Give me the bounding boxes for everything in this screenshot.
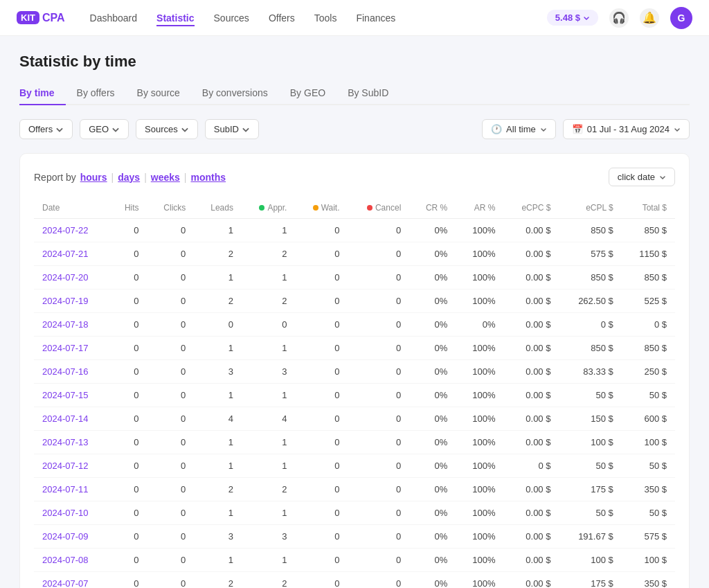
avatar[interactable]: G — [670, 7, 692, 29]
data-cell: 0% — [456, 313, 503, 337]
date-link[interactable]: 2024-07-20 — [42, 272, 89, 283]
tab-by-offers[interactable]: By offers — [66, 82, 126, 105]
data-cell: 100% — [456, 289, 503, 313]
data-cell: 2 — [242, 242, 295, 266]
data-cell: 0 — [295, 525, 348, 549]
nav-offers[interactable]: Offers — [269, 10, 295, 26]
date-link[interactable]: 2024-07-18 — [42, 319, 89, 330]
data-cell: 50 $ — [559, 384, 621, 407]
report-header: Report by hours | days | weeks | months … — [34, 168, 675, 186]
data-cell: 100 $ — [559, 549, 621, 572]
date-cell[interactable]: 2024-07-19 — [34, 289, 110, 313]
date-cell[interactable]: 2024-07-09 — [34, 525, 110, 549]
data-cell: 3 — [194, 525, 242, 549]
data-cell: 0 — [348, 313, 410, 337]
date-cell[interactable]: 2024-07-07 — [34, 572, 110, 589]
headset-icon[interactable]: 🎧 — [609, 8, 629, 28]
data-cell: 0 — [110, 431, 147, 454]
date-cell[interactable]: 2024-07-17 — [34, 337, 110, 360]
nav-statistic[interactable]: Statistic — [156, 10, 194, 26]
period-weeks[interactable]: weeks — [151, 172, 180, 183]
date-cell[interactable]: 2024-07-11 — [34, 478, 110, 501]
data-cell: 0 — [110, 384, 147, 407]
date-cell[interactable]: 2024-07-15 — [34, 384, 110, 407]
period-days[interactable]: days — [118, 172, 140, 183]
bell-icon[interactable]: 🔔 — [640, 8, 659, 28]
data-cell: 0% — [409, 360, 456, 384]
balance-button[interactable]: 5.48 $ — [547, 10, 598, 26]
tab-by-subid[interactable]: By SubID — [336, 82, 400, 105]
col-ecpl: eCPL $ — [559, 197, 621, 219]
date-cell[interactable]: 2024-07-14 — [34, 407, 110, 431]
data-cell: 100% — [456, 219, 503, 242]
data-cell: 100% — [456, 572, 503, 589]
date-cell[interactable]: 2024-07-18 — [34, 313, 110, 337]
data-cell: 1 — [242, 266, 295, 289]
date-link[interactable]: 2024-07-19 — [42, 296, 89, 306]
date-cell[interactable]: 2024-07-21 — [34, 242, 110, 266]
nav-dashboard[interactable]: Dashboard — [90, 10, 138, 26]
date-link[interactable]: 2024-07-21 — [42, 249, 89, 259]
date-cell[interactable]: 2024-07-22 — [34, 219, 110, 242]
nav-finances[interactable]: Finances — [356, 10, 395, 26]
date-link[interactable]: 2024-07-15 — [42, 390, 89, 400]
date-link[interactable]: 2024-07-12 — [42, 461, 89, 471]
data-cell: 0% — [409, 454, 456, 478]
date-cell[interactable]: 2024-07-13 — [34, 431, 110, 454]
logo-cpa: CPA — [42, 12, 65, 24]
date-link[interactable]: 2024-07-14 — [42, 413, 89, 424]
data-cell: 100% — [456, 431, 503, 454]
nav-sources[interactable]: Sources — [214, 10, 249, 26]
nav-tools[interactable]: Tools — [314, 10, 337, 26]
data-cell: 50 $ — [622, 384, 675, 407]
click-date-chevron-icon — [659, 174, 666, 181]
date-link[interactable]: 2024-07-16 — [42, 366, 89, 377]
offers-filter[interactable]: Offers — [19, 119, 73, 139]
data-cell: 1150 $ — [622, 242, 675, 266]
period-hours[interactable]: hours — [80, 172, 107, 183]
subid-filter[interactable]: SubID — [205, 119, 259, 139]
data-cell: 0% — [409, 219, 456, 242]
date-cell[interactable]: 2024-07-20 — [34, 266, 110, 289]
date-link[interactable]: 2024-07-08 — [42, 555, 89, 565]
data-cell: 1 — [194, 219, 242, 242]
data-cell: 0 — [110, 407, 147, 431]
geo-filter[interactable]: GEO — [80, 119, 129, 139]
date-range-filter[interactable]: 📅 01 Jul - 31 Aug 2024 — [563, 119, 690, 139]
tab-by-conversions[interactable]: By conversions — [191, 82, 279, 105]
data-cell: 0.00 $ — [504, 360, 559, 384]
click-date-button[interactable]: click date — [609, 168, 675, 186]
date-link[interactable]: 2024-07-22 — [42, 225, 89, 235]
data-cell: 100% — [456, 407, 503, 431]
data-cell: 2 — [242, 572, 295, 589]
data-cell: 0.00 $ — [504, 337, 559, 360]
data-cell: 0% — [409, 337, 456, 360]
data-cell: 100 $ — [559, 431, 621, 454]
date-link[interactable]: 2024-07-07 — [42, 578, 89, 588]
date-link[interactable]: 2024-07-09 — [42, 531, 89, 542]
date-cell[interactable]: 2024-07-10 — [34, 501, 110, 525]
date-link[interactable]: 2024-07-11 — [42, 484, 89, 495]
period-months[interactable]: months — [190, 172, 226, 183]
geo-filter-label: GEO — [89, 124, 109, 134]
date-link[interactable]: 2024-07-13 — [42, 437, 89, 447]
date-cell[interactable]: 2024-07-16 — [34, 360, 110, 384]
filters-bar: Offers GEO Sources SubID 🕐 All time 📅 01… — [19, 119, 690, 139]
data-cell: 0% — [409, 431, 456, 454]
tab-by-time[interactable]: By time — [19, 82, 66, 105]
logo[interactable]: KIT CPA — [17, 11, 65, 24]
data-cell: 0 — [295, 384, 348, 407]
tab-by-geo[interactable]: By GEO — [279, 82, 336, 105]
date-link[interactable]: 2024-07-17 — [42, 343, 89, 353]
data-cell: 0 — [295, 242, 348, 266]
date-cell[interactable]: 2024-07-08 — [34, 549, 110, 572]
data-cell: 0 — [194, 313, 242, 337]
table-row: 2024-07-140044000%100%0.00 $150 $600 $ — [34, 407, 675, 431]
date-link[interactable]: 2024-07-10 — [42, 508, 89, 518]
data-cell: 1 — [194, 266, 242, 289]
data-cell: 0 — [110, 242, 147, 266]
tab-by-source[interactable]: By source — [126, 82, 191, 105]
date-cell[interactable]: 2024-07-12 — [34, 454, 110, 478]
sources-filter[interactable]: Sources — [136, 119, 198, 139]
time-filter[interactable]: 🕐 All time — [482, 119, 556, 139]
